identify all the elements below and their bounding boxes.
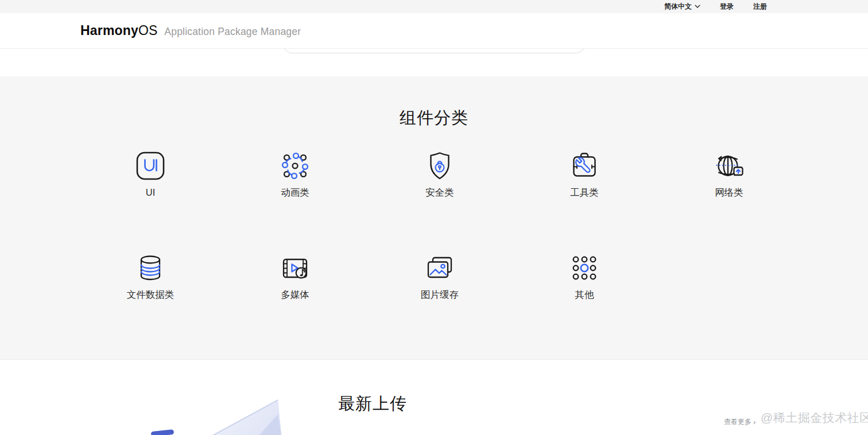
category-label: 工具类	[570, 187, 599, 198]
image-cache-icon	[424, 252, 456, 284]
category-file-data[interactable]: 文件数据类	[78, 252, 223, 300]
category-label: 网络类	[715, 187, 743, 198]
watermark-text: @稀土掘金技术社区	[761, 410, 868, 426]
brand-logo[interactable]: Harmony OS Application Package Manager	[80, 23, 301, 38]
category-image-cache[interactable]: 图片缓存	[367, 252, 512, 300]
other-dots-icon	[568, 252, 600, 284]
latest-uploads-title: 最新上传	[338, 393, 407, 415]
category-animation[interactable]: 动画类	[223, 150, 367, 198]
language-label: 简体中文	[664, 2, 692, 11]
component-categories-section: 组件分类 UI	[0, 76, 868, 360]
ui-icon	[134, 150, 166, 182]
section-title: 组件分类	[0, 107, 868, 130]
category-row-1: UI	[78, 150, 801, 198]
login-link[interactable]: 登录	[720, 2, 734, 11]
category-row-2: 文件数据类 多媒体	[78, 252, 657, 300]
brand-light-text: OS	[138, 23, 157, 38]
view-more-link[interactable]: 查看更多 ›	[724, 417, 755, 427]
security-shield-lock-icon	[424, 150, 456, 182]
category-label: 动画类	[281, 187, 309, 198]
header-divider	[0, 48, 868, 49]
category-multimedia[interactable]: 多媒体	[223, 252, 367, 300]
site-header: Harmony OS Application Package Manager	[0, 13, 868, 48]
brand-bold-text: Harmony	[80, 23, 138, 38]
illustration-blue-shape	[151, 429, 175, 435]
category-other[interactable]: 其他	[512, 252, 657, 300]
chevron-right-icon: ›	[753, 419, 755, 426]
multimedia-icon	[279, 252, 311, 284]
category-label: UI	[146, 187, 156, 198]
category-security[interactable]: 安全类	[367, 150, 512, 198]
category-label: 图片缓存	[421, 289, 459, 300]
category-label: 安全类	[425, 187, 454, 198]
category-label: 多媒体	[281, 289, 309, 300]
network-globe-icon	[713, 150, 745, 182]
database-icon	[134, 252, 166, 284]
toolbox-wrench-icon	[568, 150, 600, 182]
category-label: 文件数据类	[127, 289, 175, 300]
register-link[interactable]: 注册	[753, 2, 767, 11]
language-selector[interactable]: 简体中文	[664, 2, 700, 11]
category-tools[interactable]: 工具类	[512, 150, 657, 198]
category-network[interactable]: 网络类	[657, 150, 801, 198]
category-label: 其他	[575, 289, 594, 300]
chevron-down-icon	[695, 5, 700, 9]
animation-icon	[279, 150, 311, 182]
brand-subtitle: Application Package Manager	[164, 26, 301, 38]
category-ui[interactable]: UI	[78, 150, 223, 198]
page: 简体中文 登录 注册 Harmony OS Application Packag…	[0, 0, 868, 435]
top-utility-bar: 简体中文 登录 注册	[0, 0, 868, 13]
